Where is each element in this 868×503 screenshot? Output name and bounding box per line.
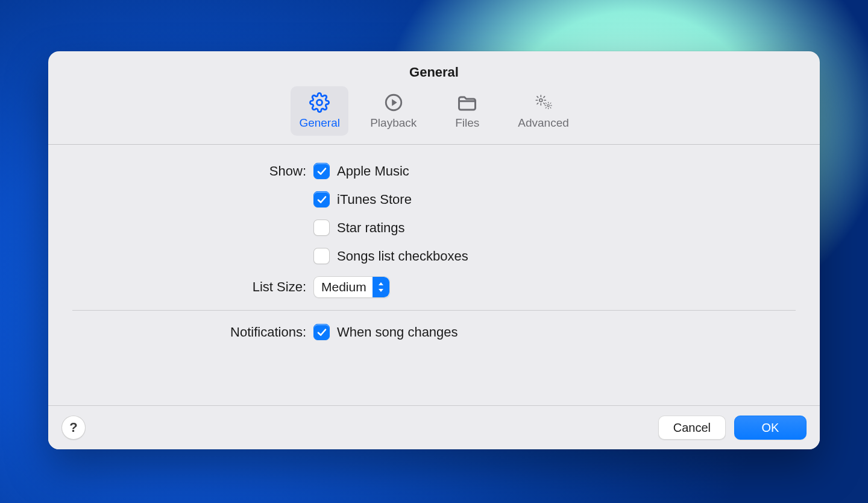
row-show-itunes-store: iTunes Store [72, 191, 796, 207]
play-circle-icon [383, 92, 404, 113]
window-title: General [48, 51, 820, 80]
checkbox-songs-list[interactable] [313, 248, 330, 264]
tab-label: Advanced [518, 116, 569, 130]
list-size-label: List Size: [72, 279, 313, 295]
row-notifications: Notifications: When song changes [72, 324, 796, 340]
option-label: iTunes Store [337, 192, 412, 207]
checkbox-apple-music[interactable] [313, 163, 330, 179]
tab-files[interactable]: Files [438, 86, 496, 136]
tab-label: Playback [370, 116, 417, 130]
list-size-value: Medium [321, 280, 373, 294]
tab-general[interactable]: General [291, 86, 348, 136]
tab-label: Files [455, 116, 479, 130]
row-show-star-ratings: Star ratings [72, 220, 796, 236]
ok-button[interactable]: OK [734, 416, 807, 440]
help-button[interactable]: ? [61, 416, 86, 440]
preferences-window: General General Playback Files [48, 51, 820, 449]
select-stepper-icon [373, 277, 389, 297]
list-size-select[interactable]: Medium [313, 276, 390, 298]
folder-icon [456, 92, 478, 113]
svg-marker-7 [379, 289, 383, 292]
checkbox-itunes-store[interactable] [313, 191, 330, 207]
cancel-button[interactable]: Cancel [658, 416, 726, 440]
option-label: When song changes [337, 324, 458, 340]
row-show-songs-checkboxes: Songs list checkboxes [72, 248, 796, 264]
svg-marker-2 [392, 99, 397, 106]
content-area: Show: Apple Music iTunes Store [48, 145, 820, 405]
row-show-apple-music: Show: Apple Music [72, 163, 796, 179]
option-label: Apple Music [337, 163, 409, 179]
checkbox-star-ratings[interactable] [313, 220, 330, 236]
tab-bar: General Playback Files [48, 80, 820, 144]
notifications-label: Notifications: [72, 324, 313, 340]
tab-playback[interactable]: Playback [362, 86, 425, 136]
checkbox-song-changes[interactable] [313, 324, 330, 340]
svg-point-0 [317, 100, 322, 105]
option-label: Star ratings [337, 220, 405, 236]
svg-point-5 [547, 104, 549, 106]
footer: ? Cancel OK [48, 405, 820, 449]
desktop-background: General General Playback Files [0, 0, 868, 503]
svg-point-4 [539, 99, 542, 102]
section-separator [72, 310, 796, 311]
gears-icon [533, 92, 555, 113]
tab-label: General [299, 116, 340, 130]
gear-icon [309, 92, 330, 113]
option-label: Songs list checkboxes [337, 248, 468, 264]
tab-advanced[interactable]: Advanced [509, 86, 577, 136]
svg-marker-6 [379, 282, 383, 285]
show-label: Show: [72, 163, 313, 179]
row-list-size: List Size: Medium [72, 276, 796, 298]
